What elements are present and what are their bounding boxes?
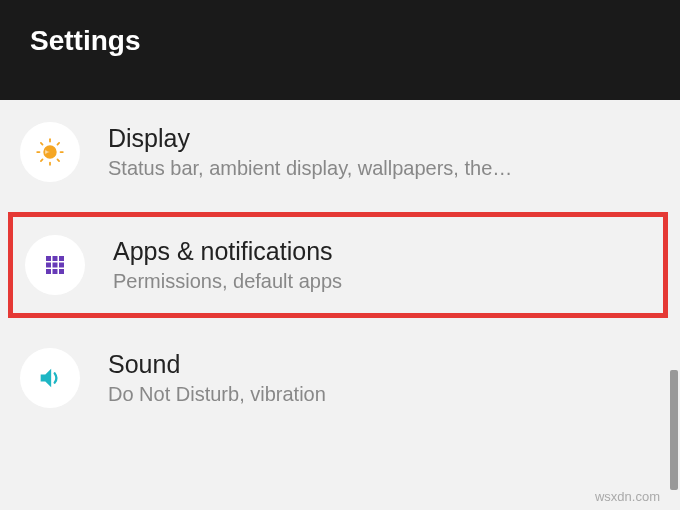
svg-line-8: [41, 159, 43, 161]
svg-line-4: [41, 143, 43, 145]
list-item-display[interactable]: Display Status bar, ambient display, wal…: [0, 100, 680, 204]
list-item-text: Display Status bar, ambient display, wal…: [108, 124, 660, 180]
settings-list: Display Status bar, ambient display, wal…: [0, 100, 680, 430]
svg-rect-13: [46, 263, 51, 268]
svg-rect-11: [53, 256, 58, 261]
svg-rect-18: [59, 269, 64, 274]
scrollbar[interactable]: [670, 370, 678, 490]
list-item-title: Display: [108, 124, 660, 153]
list-item-title: Sound: [108, 350, 660, 379]
page-title: Settings: [30, 25, 140, 57]
svg-rect-10: [46, 256, 51, 261]
list-item-text: Apps & notifications Permissions, defaul…: [113, 237, 651, 293]
list-item-sound[interactable]: Sound Do Not Disturb, vibration: [0, 326, 680, 430]
svg-line-5: [57, 159, 59, 161]
list-item-apps-notifications[interactable]: Apps & notifications Permissions, defaul…: [8, 212, 668, 318]
svg-rect-17: [53, 269, 58, 274]
sound-speaker-icon: [20, 348, 80, 408]
display-brightness-icon: [20, 122, 80, 182]
svg-rect-16: [46, 269, 51, 274]
svg-rect-14: [53, 263, 58, 268]
svg-line-9: [57, 143, 59, 145]
list-item-title: Apps & notifications: [113, 237, 651, 266]
list-item-subtitle: Permissions, default apps: [113, 270, 651, 293]
list-item-text: Sound Do Not Disturb, vibration: [108, 350, 660, 406]
header: Settings: [0, 0, 680, 100]
list-item-subtitle: Status bar, ambient display, wallpapers,…: [108, 157, 660, 180]
svg-rect-15: [59, 263, 64, 268]
apps-grid-icon: [25, 235, 85, 295]
list-item-subtitle: Do Not Disturb, vibration: [108, 383, 660, 406]
svg-rect-12: [59, 256, 64, 261]
watermark: wsxdn.com: [595, 489, 660, 504]
